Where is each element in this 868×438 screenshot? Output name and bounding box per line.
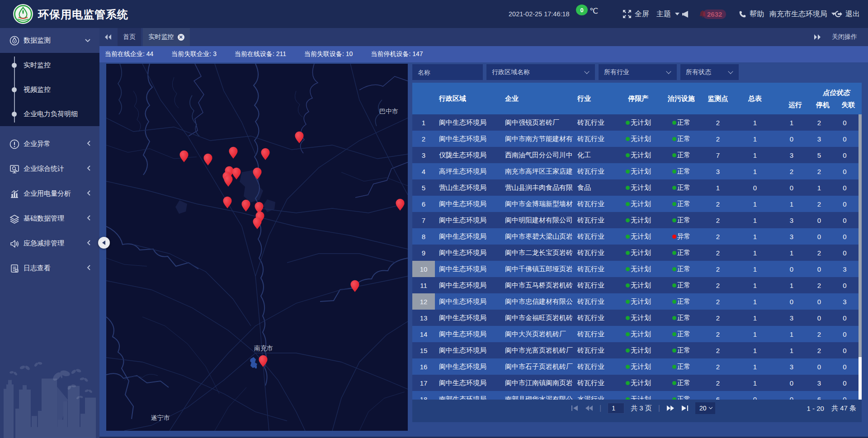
fullscreen-button[interactable]: 全屏 [623, 0, 649, 28]
column-header-industry[interactable]: 行业 [573, 83, 616, 114]
table-row[interactable]: 13阆中生态环境局阆中市金福旺页岩机砖砖瓦行业无计划正常21300 [412, 310, 859, 326]
next-page-icon[interactable] [666, 405, 675, 411]
table-row[interactable]: 8阆中生态环境局阆中市枣碧大梁山页岩砖瓦行业无计划异常21300 [412, 228, 859, 245]
page-number-input[interactable] [608, 403, 624, 414]
sidebar-item-4[interactable]: 基础数据管理 [0, 206, 99, 231]
table-row[interactable]: 15阆中生态环境局阆中市光富页岩机砖厂砖瓦行业无计划正常21120 [412, 342, 859, 358]
status-dot-icon [672, 283, 676, 287]
sidebar-item-6[interactable]: 日志查看 [0, 256, 99, 281]
cell-offline: 0 [831, 310, 859, 326]
column-header-meter[interactable]: 总表 [734, 83, 776, 114]
name-input[interactable] [418, 69, 477, 76]
column-header-facility[interactable]: 治污设施 [661, 83, 702, 114]
tab-close-icon[interactable]: ✕ [178, 34, 184, 41]
first-page-icon[interactable] [571, 405, 579, 411]
table-row[interactable]: 16阆中生态环境局阆中市石子页岩机砖厂砖瓦行业无计划正常21300 [412, 358, 859, 375]
help-button[interactable]: 帮助 [739, 0, 764, 28]
sidebar-subitem-2[interactable]: 企业电力负荷明细 [0, 102, 99, 126]
table-row[interactable]: 4高坪生态环境局南充市高坪区王家店建砖瓦行业无计划正常31220 [412, 163, 859, 179]
phone-icon [739, 10, 746, 18]
cell-row-number: 6 [412, 196, 435, 212]
sidebar-item-2[interactable]: 企业综合统计 [0, 156, 99, 181]
stats-bar: 当前在线企业: 44当前失联企业: 3当前在线设备: 211当前失联设备: 10… [99, 46, 868, 62]
cell-company: 阆中市江南镇阆南页岩 [501, 375, 573, 391]
chevron-left-icon [87, 165, 90, 172]
last-page-icon[interactable] [681, 405, 689, 411]
table-row[interactable]: 14阆中生态环境局阆中大兴页岩机砖厂砖瓦行业无计划正常21120 [412, 326, 859, 342]
close-operations-button[interactable]: 关闭操作 [832, 33, 857, 41]
cell-region: 阆中生态环境局 [435, 277, 501, 293]
cell-meter: 1 [734, 375, 776, 391]
cell-points: 7 [702, 147, 734, 163]
temperature-badge: 0 [576, 5, 588, 15]
table-scrollbar-thumb[interactable] [859, 114, 862, 357]
table-row[interactable]: 1阆中生态环境局阆中强锐页岩砖厂砖瓦行业无计划正常21120 [412, 114, 859, 131]
cell-offline: 0 [831, 277, 859, 293]
sidebar-subitem-1[interactable]: 视频监控 [0, 77, 99, 102]
sidebar-subitem-0[interactable]: 实时监控 [0, 53, 99, 77]
table-row[interactable]: 11阆中生态环境局阆中市五马桥页岩机砖砖瓦行业无计划正常21120 [412, 277, 859, 293]
column-header-production[interactable]: 停限产 [616, 83, 661, 114]
cell-region: 高坪生态环境局 [435, 163, 501, 179]
sidebar-item-3[interactable]: 企业用电量分析 [0, 181, 99, 206]
table-row[interactable]: 18南部生态环境局南部县砌华水泥有限公水泥行业无计划正常60060 [412, 391, 859, 400]
name-filter-input[interactable] [412, 64, 483, 80]
industry-filter-select[interactable]: 所有行业 [599, 64, 677, 80]
status-dot-icon [626, 235, 630, 239]
app-title: 环保用电监管系统 [38, 7, 128, 22]
page-size-select[interactable]: 20 [695, 402, 715, 414]
tab-home[interactable]: 首页 [118, 28, 141, 46]
cell-points: 2 [702, 114, 734, 131]
table-row[interactable]: 3仪陇生态环境局西南油气田分公司川中化工无计划正常71350 [412, 147, 859, 163]
notifications[interactable]: 2632 [699, 0, 726, 28]
table-row[interactable]: 6阆中生态环境局阆中市金博瑞新型墙材砖瓦行业无计划正常21120 [412, 196, 859, 212]
table-row[interactable]: 9阆中生态环境局阆中市二龙长宝页岩砖砖瓦行业无计划正常21120 [412, 245, 859, 261]
region-filter-select[interactable]: 行政区域名称 [486, 64, 595, 80]
cell-stop: 2 [807, 163, 831, 179]
cell-row-number: 15 [412, 342, 435, 358]
cell-production: 无计划 [616, 212, 661, 228]
table-row[interactable]: 17阆中生态环境局阆中市江南镇阆南页岩砖瓦行业无计划正常21030 [412, 375, 859, 391]
double-right-arrow-icon[interactable] [814, 34, 821, 40]
theme-menu[interactable]: 主题 [656, 0, 679, 28]
cell-stop: 3 [807, 131, 831, 147]
map-panel[interactable]: 巴中市南充市遂宁市 [106, 64, 408, 431]
column-header-points[interactable]: 监测点 [702, 83, 734, 114]
mute-button[interactable] [682, 0, 689, 28]
column-header-offline[interactable]: 失联 [835, 101, 862, 109]
cell-offline: 0 [831, 196, 859, 212]
table-scrollbar[interactable] [859, 114, 862, 400]
cell-facility: 正常 [661, 277, 702, 293]
org-menu[interactable]: 南充市生态环境局 [769, 0, 836, 28]
cell-company: 南充市高坪区王家店建 [501, 163, 573, 179]
cell-industry: 砖瓦行业 [573, 326, 616, 342]
sidebar-submenu: 实时监控视频监控企业电力负荷明细 [0, 53, 99, 126]
sidebar-item-1[interactable]: 企业异常 [0, 132, 99, 156]
sidebar-item-5[interactable]: 应急减排管理 [0, 231, 99, 256]
status-dot-icon [672, 186, 676, 190]
table-row[interactable]: 7阆中生态环境局阆中明阳建材有限公司砖瓦行业无计划正常21300 [412, 212, 859, 228]
column-header-running[interactable]: 运行 [779, 101, 811, 109]
column-header-region[interactable]: 行政区域 [435, 83, 501, 114]
table-row[interactable]: 5营山生态环境局营山县润丰肉食品有限食品无计划正常10010 [412, 179, 859, 196]
collapse-arrow-icon [102, 240, 105, 245]
prev-page-icon[interactable] [585, 405, 593, 411]
tab-realtime-monitoring[interactable]: 实时监控 ✕ [143, 28, 190, 46]
cell-facility: 正常 [661, 358, 702, 375]
tab-scroll-left-button[interactable] [99, 28, 117, 46]
cell-industry: 砖瓦行业 [573, 293, 616, 310]
status-dot-icon [672, 251, 676, 255]
logout-button[interactable]: 退出 [834, 0, 860, 28]
cell-facility: 正常 [661, 196, 702, 212]
sidebar-collapse-button[interactable] [98, 237, 110, 249]
table-row[interactable]: 10阆中生态环境局阆中千佛镇五郎垭页岩砖瓦行业无计划正常21003 [412, 261, 859, 277]
table-row[interactable]: 12阆中生态环境局阆中市忠信建材有限公砖瓦行业无计划正常21003 [412, 293, 859, 310]
table-row[interactable]: 2阆中生态环境局阆中市南方节能建材有砖瓦行业无计划正常21030 [412, 131, 859, 147]
cell-facility: 正常 [661, 131, 702, 147]
cell-facility: 正常 [661, 326, 702, 342]
pager-divider: | [658, 404, 660, 412]
column-header-stopped[interactable]: 停机 [811, 101, 835, 109]
status-filter-select[interactable]: 所有状态 [680, 64, 739, 80]
sidebar-item-0[interactable]: 数据监测 [0, 28, 99, 53]
column-header-company[interactable]: 企业 [501, 83, 573, 114]
